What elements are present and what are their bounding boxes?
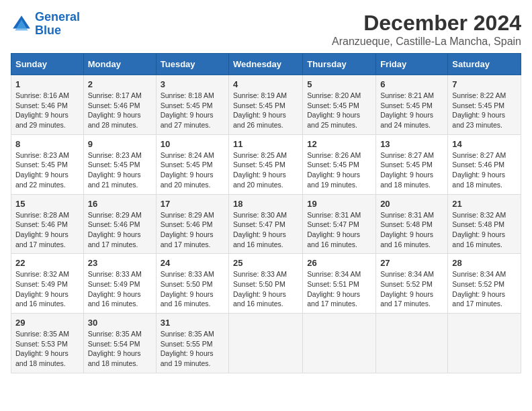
calendar-week-row: 1Sunrise: 8:16 AMSunset: 5:46 PMDaylight…	[11, 75, 521, 135]
calendar-cell	[229, 314, 303, 373]
day-number: 22	[15, 258, 79, 268]
day-detail: Sunrise: 8:35 AMSunset: 5:54 PMDaylight:…	[88, 330, 142, 367]
calendar-week-row: 15Sunrise: 8:28 AMSunset: 5:46 PMDayligh…	[11, 194, 521, 254]
day-number: 18	[233, 199, 298, 209]
calendar-cell: 25Sunrise: 8:33 AMSunset: 5:50 PMDayligh…	[229, 254, 303, 314]
day-number: 29	[15, 318, 79, 328]
day-detail: Sunrise: 8:35 AMSunset: 5:53 PMDaylight:…	[15, 330, 69, 367]
calendar-cell: 12Sunrise: 8:26 AMSunset: 5:45 PMDayligh…	[303, 134, 376, 194]
calendar-cell: 27Sunrise: 8:34 AMSunset: 5:52 PMDayligh…	[376, 254, 448, 314]
calendar-cell: 2Sunrise: 8:17 AMSunset: 5:46 PMDaylight…	[83, 75, 156, 135]
calendar-week-row: 8Sunrise: 8:23 AMSunset: 5:45 PMDaylight…	[11, 134, 521, 194]
calendar-cell: 26Sunrise: 8:34 AMSunset: 5:51 PMDayligh…	[303, 254, 376, 314]
logo-text: General Blue	[35, 11, 80, 38]
day-detail: Sunrise: 8:31 AMSunset: 5:47 PMDaylight:…	[307, 211, 361, 248]
day-detail: Sunrise: 8:19 AMSunset: 5:45 PMDaylight:…	[233, 91, 287, 129]
page-subtitle: Aranzueque, Castille-La Mancha, Spain	[332, 36, 521, 48]
day-number: 20	[380, 199, 443, 209]
day-number: 8	[15, 139, 79, 149]
day-number: 28	[452, 258, 517, 268]
day-detail: Sunrise: 8:34 AMSunset: 5:52 PMDaylight:…	[380, 270, 434, 308]
day-detail: Sunrise: 8:29 AMSunset: 5:46 PMDaylight:…	[88, 211, 142, 248]
day-number: 13	[380, 139, 443, 149]
calendar-cell: 11Sunrise: 8:25 AMSunset: 5:45 PMDayligh…	[229, 134, 303, 194]
day-detail: Sunrise: 8:29 AMSunset: 5:46 PMDaylight:…	[161, 211, 214, 248]
day-number: 2	[88, 79, 152, 89]
calendar-cell: 10Sunrise: 8:24 AMSunset: 5:45 PMDayligh…	[156, 134, 228, 194]
day-detail: Sunrise: 8:34 AMSunset: 5:51 PMDaylight:…	[307, 270, 361, 308]
day-number: 31	[161, 318, 224, 328]
day-detail: Sunrise: 8:33 AMSunset: 5:49 PMDaylight:…	[88, 270, 142, 308]
calendar-cell: 6Sunrise: 8:21 AMSunset: 5:45 PMDaylight…	[376, 75, 448, 135]
day-number: 26	[307, 258, 371, 268]
calendar-header-wednesday: Wednesday	[229, 54, 303, 75]
day-detail: Sunrise: 8:16 AMSunset: 5:46 PMDaylight:…	[15, 91, 69, 129]
calendar-cell: 20Sunrise: 8:31 AMSunset: 5:48 PMDayligh…	[376, 194, 448, 254]
day-detail: Sunrise: 8:23 AMSunset: 5:45 PMDaylight:…	[15, 151, 69, 189]
calendar-cell: 4Sunrise: 8:19 AMSunset: 5:45 PMDaylight…	[229, 75, 303, 135]
day-number: 5	[307, 79, 371, 89]
day-detail: Sunrise: 8:22 AMSunset: 5:45 PMDaylight:…	[452, 91, 506, 129]
day-number: 23	[88, 258, 152, 268]
day-number: 4	[233, 79, 298, 89]
calendar-header-sunday: Sunday	[11, 54, 84, 75]
day-number: 25	[233, 258, 298, 268]
calendar-cell: 5Sunrise: 8:20 AMSunset: 5:45 PMDaylight…	[303, 75, 376, 135]
calendar-header-thursday: Thursday	[303, 54, 376, 75]
calendar-table: SundayMondayTuesdayWednesdayThursdayFrid…	[11, 53, 521, 373]
calendar-cell: 30Sunrise: 8:35 AMSunset: 5:54 PMDayligh…	[83, 314, 156, 373]
calendar-week-row: 29Sunrise: 8:35 AMSunset: 5:53 PMDayligh…	[11, 314, 521, 373]
day-detail: Sunrise: 8:31 AMSunset: 5:48 PMDaylight:…	[380, 211, 434, 248]
day-number: 24	[161, 258, 224, 268]
calendar-header-tuesday: Tuesday	[156, 54, 228, 75]
day-detail: Sunrise: 8:34 AMSunset: 5:52 PMDaylight:…	[452, 270, 506, 308]
calendar-cell	[376, 314, 448, 373]
title-block: December 2024 Aranzueque, Castille-La Ma…	[332, 11, 521, 48]
day-detail: Sunrise: 8:28 AMSunset: 5:46 PMDaylight:…	[15, 211, 69, 248]
page-title: December 2024	[332, 11, 521, 36]
calendar-cell: 31Sunrise: 8:35 AMSunset: 5:55 PMDayligh…	[156, 314, 228, 373]
day-number: 19	[307, 199, 371, 209]
calendar-cell: 22Sunrise: 8:32 AMSunset: 5:49 PMDayligh…	[11, 254, 84, 314]
day-detail: Sunrise: 8:33 AMSunset: 5:50 PMDaylight:…	[233, 270, 287, 308]
day-number: 16	[88, 199, 152, 209]
day-detail: Sunrise: 8:23 AMSunset: 5:45 PMDaylight:…	[88, 151, 142, 189]
day-detail: Sunrise: 8:25 AMSunset: 5:45 PMDaylight:…	[233, 151, 287, 189]
day-detail: Sunrise: 8:20 AMSunset: 5:45 PMDaylight:…	[307, 91, 361, 129]
day-number: 11	[233, 139, 298, 149]
day-detail: Sunrise: 8:27 AMSunset: 5:45 PMDaylight:…	[380, 151, 434, 189]
calendar-header-row: SundayMondayTuesdayWednesdayThursdayFrid…	[11, 54, 521, 75]
day-number: 12	[307, 139, 371, 149]
calendar-cell: 29Sunrise: 8:35 AMSunset: 5:53 PMDayligh…	[11, 314, 84, 373]
calendar-cell: 18Sunrise: 8:30 AMSunset: 5:47 PMDayligh…	[229, 194, 303, 254]
day-number: 10	[161, 139, 224, 149]
calendar-cell: 14Sunrise: 8:27 AMSunset: 5:46 PMDayligh…	[448, 134, 521, 194]
calendar-cell: 7Sunrise: 8:22 AMSunset: 5:45 PMDaylight…	[448, 75, 521, 135]
day-detail: Sunrise: 8:24 AMSunset: 5:45 PMDaylight:…	[161, 151, 214, 189]
day-number: 27	[380, 258, 443, 268]
day-number: 9	[88, 139, 152, 149]
logo-icon	[11, 13, 32, 35]
day-number: 3	[161, 79, 224, 89]
calendar-cell: 16Sunrise: 8:29 AMSunset: 5:46 PMDayligh…	[83, 194, 156, 254]
day-detail: Sunrise: 8:30 AMSunset: 5:47 PMDaylight:…	[233, 211, 287, 248]
calendar-header-friday: Friday	[376, 54, 448, 75]
day-number: 14	[452, 139, 517, 149]
day-detail: Sunrise: 8:32 AMSunset: 5:48 PMDaylight:…	[452, 211, 506, 248]
day-number: 7	[452, 79, 517, 89]
calendar-cell	[303, 314, 376, 373]
day-detail: Sunrise: 8:26 AMSunset: 5:45 PMDaylight:…	[307, 151, 361, 189]
day-number: 1	[15, 79, 79, 89]
calendar-cell: 21Sunrise: 8:32 AMSunset: 5:48 PMDayligh…	[448, 194, 521, 254]
day-detail: Sunrise: 8:17 AMSunset: 5:46 PMDaylight:…	[88, 91, 142, 129]
calendar-cell: 23Sunrise: 8:33 AMSunset: 5:49 PMDayligh…	[83, 254, 156, 314]
day-detail: Sunrise: 8:32 AMSunset: 5:49 PMDaylight:…	[15, 270, 69, 308]
calendar-cell: 15Sunrise: 8:28 AMSunset: 5:46 PMDayligh…	[11, 194, 84, 254]
calendar-week-row: 22Sunrise: 8:32 AMSunset: 5:49 PMDayligh…	[11, 254, 521, 314]
logo: General Blue	[11, 11, 80, 38]
day-number: 15	[15, 199, 79, 209]
day-number: 6	[380, 79, 443, 89]
calendar-cell: 1Sunrise: 8:16 AMSunset: 5:46 PMDaylight…	[11, 75, 84, 135]
calendar-cell: 9Sunrise: 8:23 AMSunset: 5:45 PMDaylight…	[83, 134, 156, 194]
calendar-cell	[448, 314, 521, 373]
